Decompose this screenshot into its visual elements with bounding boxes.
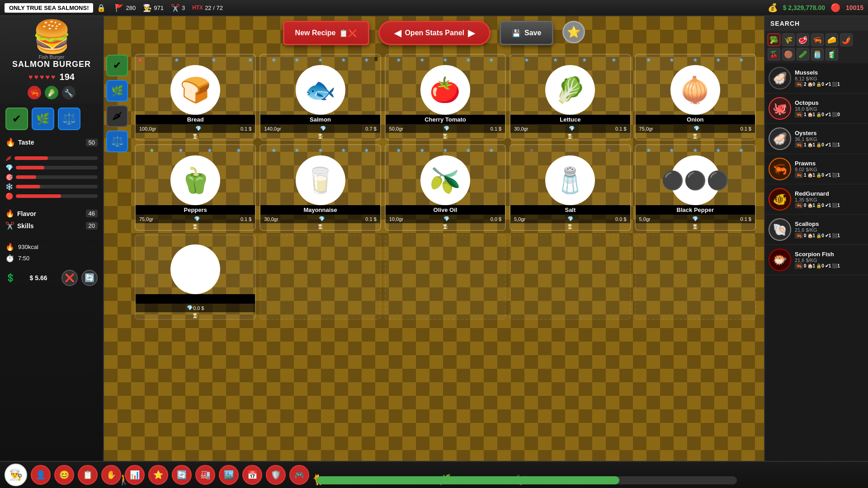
list-item-scorpionfish[interactable]: 🐡 Scorpion Fish 21,6 $/KG 🦐 0 🏠1 🔒0 ✔1 ⬛… <box>765 245 868 275</box>
filter-jar[interactable]: 🫙 <box>811 48 824 61</box>
bottom-btn-person[interactable]: 👤 <box>31 465 51 485</box>
star-p-3: ★ <box>236 147 241 154</box>
star-o-2: ★ <box>669 56 675 63</box>
save-button[interactable]: 💾 Save <box>500 21 553 45</box>
diamond-icon-mayo: 💎 <box>319 216 325 222</box>
bottom-bar: 👨‍🍳 👤 😊 📋 ✋ 📊 ⭐ 🔄 🏭 🏙️ 📅 🛡️ 🎮 🚶 🐈 🌿 🦅 <box>0 461 868 488</box>
filter-grain[interactable]: 🌾 <box>782 33 795 46</box>
lettuce-details: 30,0gr 💎 0.1 $ <box>510 124 630 133</box>
ingredient-card-bread[interactable]: 🗑 ★ ★ ★ ★ 🍞 Bread 100,0gr 💎 0.1 $ 👨‍🍳 <box>135 54 256 141</box>
bottom-btn-face[interactable]: 😊 <box>54 465 74 485</box>
salmon-side-icons: 🗑 <box>374 56 379 61</box>
filter-drink[interactable]: 🧃 <box>826 48 838 61</box>
heart-2: ♥ <box>34 73 39 81</box>
balance-btn[interactable]: ⚖️ <box>58 108 80 130</box>
filter-veg[interactable]: 🥦 <box>768 33 780 46</box>
ingredient-card-lettuce[interactable]: ★ ★ ★ ★ 🥬 Lettuce 30,0gr 💎 0.1 $ 👨‍🍳 <box>509 54 631 141</box>
filter-meat[interactable]: 🥩 <box>797 33 809 46</box>
stars-oliveoil: ★ ★ ★ ★ ★ <box>386 145 505 154</box>
ingredient-card-salt[interactable]: ★ ★ ★ 🧂 Salt 5,0gr 💎 0.0 $ 👨‍🍳 <box>509 144 631 231</box>
delete-bread[interactable]: 🗑 <box>137 56 143 64</box>
oliveoil-chef: 👨‍🍳 <box>386 223 505 230</box>
grid-balance-btn[interactable]: ⚖️ <box>106 131 128 152</box>
ingredient-card-salmon[interactable]: ★ ★ ★ ★ ★ 🗑 🐟 Salmon 140,0gr 💎 0.7 $ 👨‍🍳 <box>259 54 381 141</box>
filter-shrimp[interactable]: 🦐 <box>811 33 824 46</box>
list-item-oysters[interactable]: 🦪 Oysters 36,1 $/KG 🦐 1 🏠1 🔒0 ✔1 ⬛1 <box>765 124 868 154</box>
list-item-prawns[interactable]: 🦐 Prawns 9,02 $/KG 🦐 1 🏠1 🔒0 ✔1 ⬛1 <box>765 154 868 184</box>
filter-cucumber[interactable]: 🥒 <box>797 48 809 61</box>
ingredient-card-onion[interactable]: ★ ★ ★ ★ ★ 🧅 Onion 75,0gr 💎 0.1 $ 👨‍🍳 <box>635 54 756 141</box>
scorpionfish-controls: 🦐 0 🏠1 🔒0 ✔1 ⬛1 <box>795 263 864 269</box>
filter-chili[interactable]: 🌶️ <box>840 33 853 46</box>
tomato-details: 50,0gr 💎 0.1 $ <box>386 124 505 133</box>
oysters-c5: ⬛1 <box>832 142 840 147</box>
bottom-btn-cycle[interactable]: 🔄 <box>172 465 192 485</box>
scorpionfish-img: 🐡 <box>769 249 791 271</box>
mayo-name: Mayonnaise <box>260 205 380 215</box>
star-salmon-4: ★ <box>341 56 346 63</box>
price-btn-2[interactable]: 🔄 <box>81 270 98 286</box>
list-item-octopus[interactable]: 🐙 Octopus 18,0 $/KG 🦐 1 🏠1 🔒0 ✔1 ⬛0 <box>765 94 868 124</box>
salt-price: 0.0 $ <box>615 216 626 222</box>
left-panel: 🍔 Fish Burger SALMON BURGER ♥ ♥ ♥ ♥ ♥ 19… <box>0 16 104 461</box>
ingredient-card-empty-1[interactable]: _ 💎 0.0 $ 👨‍🍳 <box>135 235 256 320</box>
scorpionfish-price: 21,6 $/KG <box>795 258 864 263</box>
star-t-4: ★ <box>466 56 471 63</box>
ingredient-card-pepper[interactable]: ★ ★ ★ ★ ★ ⚫⚫⚫ Black Pepper 5,0gr 💎 0.1 $… <box>635 144 756 231</box>
check-recipe-btn[interactable]: ✔ <box>5 108 28 130</box>
bottom-btn-clipboard[interactable]: 📋 <box>78 465 98 485</box>
star-s-2: ★ <box>567 147 573 154</box>
filter-cheese[interactable]: 🧀 <box>826 33 838 46</box>
bottom-btn-chef[interactable]: 👨‍🍳 <box>5 464 27 486</box>
ingredient-card-peppers[interactable]: ★ ★ ★ ★ 🫑 Peppers 75,0gr 💎 0.1 $ 👨‍🍳 <box>135 144 256 231</box>
filter-cherry[interactable]: 🍒 <box>768 48 780 61</box>
top-bar-stats: 🚩 280 👨‍🍳 971 ✂️ 3 HTX 22 / 72 <box>115 4 222 12</box>
filter-brown[interactable]: 🟤 <box>782 48 795 61</box>
new-recipe-button[interactable]: New Recipe 📋❌ <box>283 21 370 45</box>
star-l-4: ★ <box>611 56 617 63</box>
ingredients-btn[interactable]: 🌿 <box>32 108 54 130</box>
list-item-redgurnard[interactable]: 🐠 RedGurnard 1,35 $/KG 🦐 0 🏠1 🔒0 ✔1 ⬛1 <box>765 184 868 215</box>
stars-peppers: ★ ★ ★ ★ <box>136 145 255 154</box>
list-item-scallops[interactable]: 🐚 Scallops 21,6 $/KG 🦐 0 🏠1 🔒0 ✔1 ⬛1 <box>765 215 868 245</box>
diamond-icon-peppers: 💎 <box>194 216 200 222</box>
skills-label-text: Skills <box>17 222 34 230</box>
sf-c1: 0 <box>804 263 807 268</box>
bottom-btn-shield[interactable]: 🛡️ <box>266 465 286 485</box>
oysters-name: Oysters <box>795 130 864 136</box>
sc-c2: 🏠1 <box>807 233 816 238</box>
bottom-btn-calendar[interactable]: 📅 <box>242 465 262 485</box>
grid-plant-btn[interactable]: 🌿 <box>106 80 128 102</box>
ingredient-card-oliveoil[interactable]: ★ ★ ★ ★ ★ 🫒 Olive Oil 10,0gr 💎 0.0 $ 👨‍🍳 <box>385 144 506 231</box>
htx-value: 22 / 72 <box>205 5 223 11</box>
restaurant-title: ONLY TRUE SEA SALMONS! <box>5 3 93 13</box>
open-stats-button[interactable]: ◀ Open Stats Panel ▶ <box>378 21 491 45</box>
star-t-1: ★ <box>396 56 401 63</box>
bottom-btn-city[interactable]: 🏙️ <box>219 465 239 485</box>
star-p-2: ★ <box>207 147 212 154</box>
bar-fill-2 <box>16 166 44 169</box>
mussels-img: 🦪 <box>769 67 791 89</box>
list-item-mussels[interactable]: 🦪 Mussels 8,12 $/KG 🦐 2 🏠0 🔒0 ✔1 ⬛1 <box>765 63 868 94</box>
ingredient-card-mayo[interactable]: ★ ★ ★ ★ ★ 🥛 Mayonnaise 30,0gr 💎 0.1 $ 👨‍… <box>259 144 381 231</box>
stars-mayo: ★ ★ ★ ★ ★ <box>260 145 380 154</box>
bottom-btn-star[interactable]: ⭐ <box>148 465 168 485</box>
time-value: 7:50 <box>18 255 29 262</box>
grid-chili-btn[interactable]: 🌶 <box>106 105 128 127</box>
star-bp-1: ★ <box>646 147 651 154</box>
empty-slot-2[interactable] <box>259 235 381 320</box>
peppers-details: 75,0gr 💎 0.1 $ <box>136 215 255 223</box>
empty-slot-3[interactable] <box>385 235 506 320</box>
skills-icon: ✂️ <box>5 221 14 230</box>
empty-slot-5[interactable] <box>635 235 756 320</box>
htx-stat: HTX 22 / 72 <box>192 5 223 11</box>
peppers-name: Peppers <box>136 205 255 215</box>
taste-label: 🔥 Taste <box>5 137 34 147</box>
bottom-btn-factory[interactable]: 🏭 <box>195 465 215 485</box>
grid-check-btn[interactable]: ✔ <box>106 55 128 76</box>
ingredient-card-tomato[interactable]: ★ ★ ★ ★ ★ 🍅 Cherry Tomato 50,0gr 💎 0.1 $… <box>385 54 506 141</box>
price-btn-1[interactable]: ❌ <box>61 270 78 286</box>
bottom-btn-game[interactable]: 🎮 <box>289 465 309 485</box>
favorite-button[interactable]: ⭐ <box>562 21 585 43</box>
empty-slot-4[interactable] <box>509 235 631 320</box>
